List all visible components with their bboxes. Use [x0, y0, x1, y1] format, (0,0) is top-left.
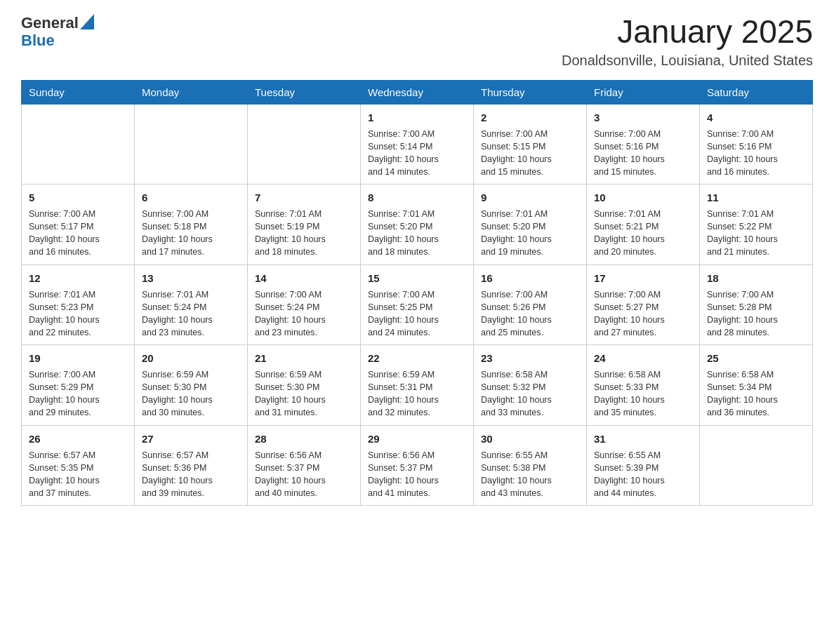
weekday-header-sunday: Sunday	[22, 80, 135, 104]
calendar-cell: 3Sunrise: 7:00 AM Sunset: 5:16 PM Daylig…	[587, 104, 700, 185]
logo-triangle-icon	[80, 14, 94, 29]
calendar-cell: 31Sunrise: 6:55 AM Sunset: 5:39 PM Dayli…	[587, 425, 700, 506]
day-number: 18	[707, 271, 805, 286]
day-info: Sunrise: 6:58 AM Sunset: 5:32 PM Dayligh…	[481, 368, 579, 420]
day-number: 17	[594, 271, 692, 286]
day-number: 1	[368, 110, 466, 125]
day-number: 6	[142, 190, 240, 205]
day-info: Sunrise: 6:57 AM Sunset: 5:35 PM Dayligh…	[29, 449, 127, 500]
day-info: Sunrise: 7:01 AM Sunset: 5:19 PM Dayligh…	[255, 208, 353, 259]
calendar-cell: 28Sunrise: 6:56 AM Sunset: 5:37 PM Dayli…	[248, 425, 361, 506]
day-info: Sunrise: 7:01 AM Sunset: 5:20 PM Dayligh…	[481, 208, 579, 259]
day-number: 8	[368, 190, 466, 205]
day-info: Sunrise: 7:00 AM Sunset: 5:15 PM Dayligh…	[481, 128, 579, 179]
calendar-cell: 17Sunrise: 7:00 AM Sunset: 5:27 PM Dayli…	[587, 264, 700, 345]
calendar-cell: 30Sunrise: 6:55 AM Sunset: 5:38 PM Dayli…	[474, 425, 587, 506]
day-info: Sunrise: 6:56 AM Sunset: 5:37 PM Dayligh…	[368, 449, 466, 500]
calendar-table: SundayMondayTuesdayWednesdayThursdayFrid…	[21, 80, 813, 507]
calendar-cell: 8Sunrise: 7:01 AM Sunset: 5:20 PM Daylig…	[361, 185, 474, 265]
calendar-cell: 21Sunrise: 6:59 AM Sunset: 5:30 PM Dayli…	[248, 345, 361, 426]
day-number: 29	[368, 431, 466, 446]
day-number: 27	[142, 431, 240, 446]
day-number: 10	[594, 190, 692, 205]
page-subtitle: Donaldsonville, Louisiana, United States	[562, 53, 813, 69]
day-number: 19	[29, 351, 127, 365]
day-info: Sunrise: 6:58 AM Sunset: 5:33 PM Dayligh…	[594, 368, 692, 420]
day-info: Sunrise: 7:00 AM Sunset: 5:16 PM Dayligh…	[707, 128, 805, 179]
day-info: Sunrise: 6:55 AM Sunset: 5:39 PM Dayligh…	[594, 449, 692, 500]
calendar-cell: 6Sunrise: 7:00 AM Sunset: 5:18 PM Daylig…	[135, 185, 248, 265]
week-row-1: 1Sunrise: 7:00 AM Sunset: 5:14 PM Daylig…	[22, 104, 813, 185]
day-number: 26	[29, 431, 127, 446]
day-number: 2	[481, 110, 579, 125]
day-number: 24	[594, 351, 692, 365]
calendar-cell: 20Sunrise: 6:59 AM Sunset: 5:30 PM Dayli…	[135, 345, 248, 426]
day-number: 4	[707, 110, 805, 125]
calendar-cell	[22, 104, 135, 185]
day-info: Sunrise: 7:01 AM Sunset: 5:23 PM Dayligh…	[29, 288, 127, 340]
calendar-cell: 14Sunrise: 7:00 AM Sunset: 5:24 PM Dayli…	[248, 264, 361, 345]
page-header: General Blue January 2025 Donaldsonville…	[21, 14, 813, 69]
day-number: 13	[142, 271, 240, 286]
svg-marker-0	[80, 14, 94, 29]
week-row-5: 26Sunrise: 6:57 AM Sunset: 5:35 PM Dayli…	[22, 425, 813, 506]
day-info: Sunrise: 6:58 AM Sunset: 5:34 PM Dayligh…	[707, 368, 805, 420]
day-info: Sunrise: 7:00 AM Sunset: 5:28 PM Dayligh…	[707, 288, 805, 340]
day-number: 7	[255, 190, 353, 205]
calendar-cell: 12Sunrise: 7:01 AM Sunset: 5:23 PM Dayli…	[22, 264, 135, 345]
day-info: Sunrise: 7:00 AM Sunset: 5:18 PM Dayligh…	[142, 208, 240, 259]
calendar-cell: 18Sunrise: 7:00 AM Sunset: 5:28 PM Dayli…	[700, 264, 813, 345]
day-info: Sunrise: 7:01 AM Sunset: 5:20 PM Dayligh…	[368, 208, 466, 259]
day-info: Sunrise: 7:00 AM Sunset: 5:14 PM Dayligh…	[368, 128, 466, 179]
weekday-header-thursday: Thursday	[474, 80, 587, 104]
day-info: Sunrise: 7:00 AM Sunset: 5:25 PM Dayligh…	[368, 288, 466, 340]
calendar-cell: 10Sunrise: 7:01 AM Sunset: 5:21 PM Dayli…	[587, 185, 700, 265]
calendar-cell: 1Sunrise: 7:00 AM Sunset: 5:14 PM Daylig…	[361, 104, 474, 185]
calendar-cell: 19Sunrise: 7:00 AM Sunset: 5:29 PM Dayli…	[22, 345, 135, 426]
calendar-cell: 11Sunrise: 7:01 AM Sunset: 5:22 PM Dayli…	[700, 185, 813, 265]
day-number: 5	[29, 190, 127, 205]
day-number: 16	[481, 271, 579, 286]
calendar-cell: 16Sunrise: 7:00 AM Sunset: 5:26 PM Dayli…	[474, 264, 587, 345]
week-row-3: 12Sunrise: 7:01 AM Sunset: 5:23 PM Dayli…	[22, 264, 813, 345]
weekday-header-saturday: Saturday	[700, 80, 813, 104]
logo-blue-text: Blue	[21, 32, 55, 49]
day-info: Sunrise: 7:01 AM Sunset: 5:21 PM Dayligh…	[594, 208, 692, 259]
calendar-cell: 29Sunrise: 6:56 AM Sunset: 5:37 PM Dayli…	[361, 425, 474, 506]
day-number: 30	[481, 431, 579, 446]
day-info: Sunrise: 7:00 AM Sunset: 5:27 PM Dayligh…	[594, 288, 692, 340]
calendar-cell: 9Sunrise: 7:01 AM Sunset: 5:20 PM Daylig…	[474, 185, 587, 265]
day-number: 3	[594, 110, 692, 125]
week-row-2: 5Sunrise: 7:00 AM Sunset: 5:17 PM Daylig…	[22, 185, 813, 265]
calendar-cell: 2Sunrise: 7:00 AM Sunset: 5:15 PM Daylig…	[474, 104, 587, 185]
day-number: 12	[29, 271, 127, 286]
day-info: Sunrise: 7:00 AM Sunset: 5:17 PM Dayligh…	[29, 208, 127, 259]
day-number: 20	[142, 351, 240, 365]
day-number: 15	[368, 271, 466, 286]
logo: General Blue	[21, 14, 94, 49]
calendar-cell: 15Sunrise: 7:00 AM Sunset: 5:25 PM Dayli…	[361, 264, 474, 345]
day-info: Sunrise: 6:59 AM Sunset: 5:31 PM Dayligh…	[368, 368, 466, 420]
day-info: Sunrise: 6:57 AM Sunset: 5:36 PM Dayligh…	[142, 449, 240, 500]
page-title: January 2025	[562, 14, 813, 50]
weekday-header-friday: Friday	[587, 80, 700, 104]
calendar-cell: 27Sunrise: 6:57 AM Sunset: 5:36 PM Dayli…	[135, 425, 248, 506]
calendar-cell	[700, 425, 813, 506]
week-row-4: 19Sunrise: 7:00 AM Sunset: 5:29 PM Dayli…	[22, 345, 813, 426]
calendar-cell: 24Sunrise: 6:58 AM Sunset: 5:33 PM Dayli…	[587, 345, 700, 426]
calendar-cell: 23Sunrise: 6:58 AM Sunset: 5:32 PM Dayli…	[474, 345, 587, 426]
day-number: 25	[707, 351, 805, 365]
calendar-cell: 7Sunrise: 7:01 AM Sunset: 5:19 PM Daylig…	[248, 185, 361, 265]
day-number: 11	[707, 190, 805, 205]
day-number: 22	[368, 351, 466, 365]
day-info: Sunrise: 7:01 AM Sunset: 5:24 PM Dayligh…	[142, 288, 240, 340]
day-info: Sunrise: 7:00 AM Sunset: 5:24 PM Dayligh…	[255, 288, 353, 340]
day-info: Sunrise: 6:59 AM Sunset: 5:30 PM Dayligh…	[142, 368, 240, 420]
calendar-cell: 26Sunrise: 6:57 AM Sunset: 5:35 PM Dayli…	[22, 425, 135, 506]
day-info: Sunrise: 6:55 AM Sunset: 5:38 PM Dayligh…	[481, 449, 579, 500]
calendar-cell: 13Sunrise: 7:01 AM Sunset: 5:24 PM Dayli…	[135, 264, 248, 345]
calendar-cell	[135, 104, 248, 185]
calendar-cell: 22Sunrise: 6:59 AM Sunset: 5:31 PM Dayli…	[361, 345, 474, 426]
day-number: 21	[255, 351, 353, 365]
day-number: 14	[255, 271, 353, 286]
